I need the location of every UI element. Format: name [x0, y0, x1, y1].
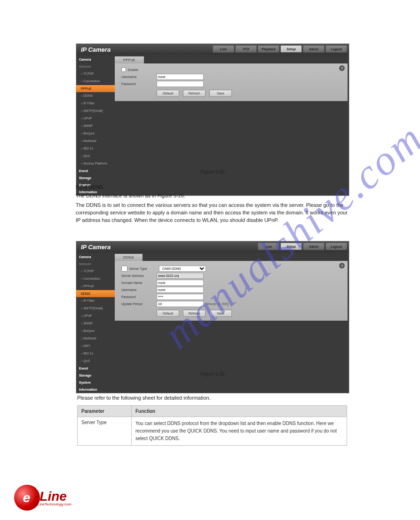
- enable-row: Enable: [121, 67, 341, 72]
- sidebar-qos[interactable]: QoS: [76, 152, 115, 160]
- sidebar-ddns[interactable]: DDNS: [76, 92, 115, 100]
- figure-caption-2: Figure 5-26: [76, 371, 349, 377]
- password2-label: Password: [121, 295, 157, 299]
- sidebar2-information[interactable]: Information: [76, 386, 115, 393]
- th-function: Function: [132, 406, 347, 417]
- refresh-button-2[interactable]: Refresh: [183, 310, 206, 317]
- sidebar-storage[interactable]: Storage: [76, 174, 115, 181]
- eline-logo: e -Line eLineTechnology.com: [14, 485, 71, 511]
- nav-setup-2[interactable]: Setup: [280, 243, 302, 250]
- sidebar2-system[interactable]: System: [76, 379, 115, 386]
- sidebar-tcpip[interactable]: TCP/IP: [76, 70, 115, 78]
- username2-label: Username: [121, 288, 157, 292]
- table-intro: Please refer to the following sheet for …: [77, 395, 211, 401]
- servertype-label: Server Type: [129, 267, 159, 270]
- top-nav: Live PTZ Playback Setup Alarm Logout: [213, 45, 347, 53]
- sidebar-camera[interactable]: Camera: [76, 56, 115, 63]
- save-button-2[interactable]: Save: [209, 310, 232, 317]
- enable-checkbox[interactable]: [121, 67, 126, 72]
- sidebar2-upnp[interactable]: UPnP: [76, 312, 115, 320]
- sidebar-network[interactable]: Network: [76, 63, 115, 70]
- sidebar-access[interactable]: Access Platform: [76, 160, 115, 167]
- top-nav-2: Live Setup Alarm Logout: [258, 243, 347, 250]
- refresh-button[interactable]: Refresh: [183, 90, 206, 97]
- sidebar-8021x[interactable]: 802.1x: [76, 145, 115, 152]
- sidebar-pppoe[interactable]: PPPoE: [76, 85, 115, 92]
- sidebar-connection[interactable]: Connection: [76, 78, 115, 85]
- figure-caption-1: Figure 5-25: [76, 169, 349, 174]
- nav-alarm-2[interactable]: Alarm: [303, 243, 325, 250]
- parameter-table: Parameter Function Server Type You can s…: [77, 405, 347, 446]
- nav-live-2[interactable]: Live: [258, 243, 279, 250]
- nav-live[interactable]: Live: [213, 45, 234, 53]
- sidebar2-qos[interactable]: QoS: [76, 357, 115, 365]
- default-button-2[interactable]: Default: [157, 310, 179, 317]
- sidebar2-8021x[interactable]: 802.1x: [76, 350, 115, 357]
- app-title-2: IP Camera: [81, 244, 111, 251]
- nav-ptz[interactable]: PTZ: [235, 45, 257, 53]
- main-panel: PPPoE ? Enable Username Password Default: [115, 55, 349, 196]
- sidebar2-multicast[interactable]: Multicast: [76, 335, 115, 342]
- servertype-checkbox[interactable]: [121, 266, 127, 272]
- sidebar2-ipfilter[interactable]: IP Filter: [76, 297, 115, 305]
- password-label: Password: [121, 82, 157, 86]
- nav-alarm[interactable]: Alarm: [303, 45, 325, 53]
- sidebar2-camera[interactable]: Camera: [76, 253, 115, 260]
- sidebar2-event[interactable]: Event: [76, 365, 115, 372]
- help-icon[interactable]: ?: [339, 65, 345, 71]
- password-input[interactable]: [157, 81, 204, 87]
- nav-logout[interactable]: Logout: [325, 45, 347, 53]
- servertype-select[interactable]: CN99 DDNS: [159, 266, 206, 272]
- password2-input[interactable]: [157, 294, 204, 300]
- domain-label: Domain Name: [121, 281, 157, 284]
- default-button[interactable]: Default: [157, 90, 179, 97]
- sidebar2-smtp[interactable]: SMTP(Email): [76, 305, 115, 312]
- logo-e-glyph: e: [23, 490, 31, 505]
- domain-input[interactable]: [157, 280, 204, 286]
- app-titlebar-2: IP Camera Live Setup Alarm Logout: [76, 241, 349, 252]
- nav-setup[interactable]: Setup: [280, 45, 302, 53]
- sidebar-multicast[interactable]: Multicast: [76, 137, 115, 145]
- nav-playback[interactable]: Playback: [258, 45, 279, 53]
- section-title-ddns: 5.2.4 DDNS: [76, 184, 103, 190]
- username-label: Username: [121, 75, 157, 79]
- enable-label: Enable: [128, 68, 138, 71]
- sidebar-bonjour[interactable]: Bonjour: [76, 130, 115, 137]
- sidebar2-wifi[interactable]: WIFI: [76, 342, 115, 350]
- sidebar2-pppoe[interactable]: PPPoE: [76, 283, 115, 290]
- sidebar2-connection[interactable]: Connection: [76, 275, 115, 283]
- update-input[interactable]: [157, 301, 204, 307]
- sidebar: Camera Network TCP/IP Connection PPPoE D…: [76, 55, 115, 196]
- app-titlebar: IP Camera Live PTZ Playback Setup Alarm …: [76, 44, 349, 55]
- sidebar-ipfilter[interactable]: IP Filter: [76, 100, 115, 107]
- ddns-description: The DDNS is to set to connect the variou…: [76, 201, 349, 224]
- username-input[interactable]: [157, 74, 204, 80]
- sidebar2-network[interactable]: Network: [76, 260, 115, 268]
- tab-pppoe[interactable]: PPPoE: [115, 56, 144, 63]
- username2-input[interactable]: [157, 287, 204, 293]
- sidebar2-snmp[interactable]: SNMP: [76, 320, 115, 327]
- sidebar2-ddns[interactable]: DDNS: [76, 290, 115, 297]
- sidebar-snmp[interactable]: SNMP: [76, 122, 115, 130]
- save-button[interactable]: Save: [209, 90, 232, 97]
- tab-ddns[interactable]: DDNS: [115, 254, 143, 261]
- ddns-intro-line: The DDNS interface is shown as in Figure…: [76, 193, 185, 198]
- td-servertype: Server Type: [78, 417, 132, 446]
- th-parameter: Parameter: [78, 406, 132, 417]
- serveraddr-input[interactable]: [157, 273, 204, 279]
- app-title: IP Camera: [81, 46, 111, 53]
- help-icon-2[interactable]: ?: [339, 263, 345, 268]
- update-label: Update Period: [121, 302, 157, 306]
- sidebar-upnp[interactable]: UPnP: [76, 115, 115, 122]
- serveraddr-label: Server Address: [121, 274, 157, 277]
- nav-logout-2[interactable]: Logout: [325, 243, 347, 250]
- logo-subtext: eLineTechnology.com: [35, 502, 71, 506]
- update-hint: Minute (1~500): [206, 302, 229, 306]
- td-servertype-func: You can select DDNS protocol from the dr…: [132, 417, 347, 446]
- sidebar2-tcpip[interactable]: TCP/IP: [76, 268, 115, 275]
- sidebar-smtp[interactable]: SMTP(Email): [76, 107, 115, 115]
- screenshot-ddns: IP Camera Live Setup Alarm Logout Camera…: [76, 241, 349, 394]
- sidebar2-bonjour[interactable]: Bonjour: [76, 327, 115, 335]
